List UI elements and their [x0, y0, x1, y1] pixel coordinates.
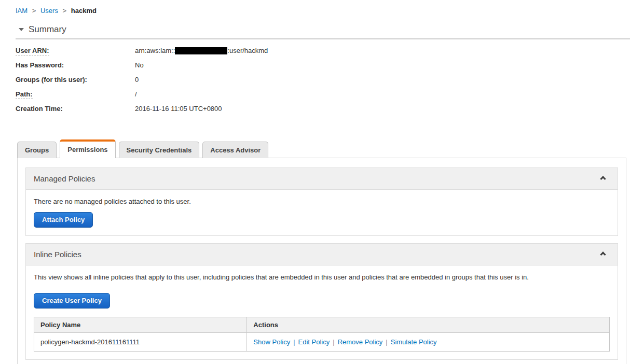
action-separator: |: [293, 338, 295, 346]
chevron-up-icon[interactable]: [600, 176, 606, 181]
simulate-policy-link[interactable]: Simulate Policy: [391, 338, 437, 346]
summary-field-user-arn: User ARN: arn:aws:iam:::user/hackmd: [16, 47, 630, 55]
summary-section-toggle[interactable]: Summary: [19, 24, 630, 35]
inline-policies-title: Inline Policies: [34, 250, 81, 259]
policy-name-cell: policygen-hackmd-201611161111: [34, 333, 247, 352]
inline-policies-header[interactable]: Inline Policies: [26, 244, 618, 265]
actions-cell: Show Policy|Edit Policy|Remove Policy|Si…: [247, 333, 610, 352]
breadcrumb-separator-icon: >: [63, 7, 67, 15]
summary-title: Summary: [29, 24, 66, 35]
breadcrumb-separator-icon: >: [32, 7, 36, 15]
groups-count-value: 0: [135, 76, 139, 84]
remove-policy-link[interactable]: Remove Policy: [338, 338, 383, 346]
summary-field-creation-time: Creation Time: 2016-11-16 11:05 UTC+0800: [16, 105, 630, 113]
summary-field-path: Path: /: [16, 90, 630, 99]
has-password-value: No: [135, 61, 144, 69]
inline-policies-panel: Inline Policies This view shows all inli…: [25, 243, 618, 360]
field-label: User ARN:: [16, 47, 135, 55]
tab-access-advisor[interactable]: Access Advisor: [202, 142, 268, 158]
iam-user-detail-page: IAM > Users > hackmd Summary User ARN: a…: [0, 0, 630, 364]
summary-field-groups: Groups (for this user): 0: [16, 76, 630, 84]
show-policy-link[interactable]: Show Policy: [253, 338, 290, 346]
breadcrumb-link-iam[interactable]: IAM: [16, 7, 28, 15]
managed-policies-header[interactable]: Managed Policies: [26, 168, 618, 190]
inline-policies-table: Policy Name Actions policygen-hackmd-201…: [34, 317, 610, 352]
tab-permissions[interactable]: Permissions: [60, 139, 115, 158]
field-label: Path:: [16, 90, 135, 99]
table-header-row: Policy Name Actions: [34, 317, 610, 333]
table-row: policygen-hackmd-201611161111 Show Polic…: [34, 333, 610, 352]
caret-down-icon: [19, 28, 24, 31]
path-value: /: [135, 90, 137, 99]
edit-policy-link[interactable]: Edit Policy: [298, 338, 330, 346]
breadcrumb-current-user: hackmd: [71, 7, 97, 15]
managed-policies-title: Managed Policies: [34, 174, 95, 183]
tab-bar: Groups Permissions Security Credentials …: [0, 139, 630, 158]
column-header-policy-name: Policy Name: [34, 317, 247, 333]
column-header-actions: Actions: [247, 317, 610, 333]
action-separator: |: [333, 338, 334, 346]
summary-fields: User ARN: arn:aws:iam:::user/hackmd Has …: [16, 47, 630, 113]
summary-divider: [16, 38, 630, 39]
inline-policies-body: This view shows all inline policies that…: [26, 265, 618, 359]
action-separator: |: [386, 338, 387, 346]
tab-security-credentials[interactable]: Security Credentials: [119, 142, 200, 158]
creation-time-value: 2016-11-16 11:05 UTC+0800: [135, 105, 222, 113]
managed-policies-empty-text: There are no managed policies attached t…: [34, 198, 610, 206]
breadcrumb-link-users[interactable]: Users: [40, 7, 58, 15]
permissions-tab-content: Managed Policies There are no managed po…: [17, 158, 626, 364]
managed-policies-panel: Managed Policies There are no managed po…: [25, 167, 618, 236]
redacted-account-id: [175, 47, 227, 54]
inline-policies-description: This view shows all inline policies that…: [34, 273, 610, 282]
field-label: Creation Time:: [16, 105, 135, 113]
breadcrumb: IAM > Users > hackmd: [16, 7, 630, 15]
tab-groups[interactable]: Groups: [17, 142, 57, 158]
chevron-up-icon[interactable]: [600, 251, 606, 257]
field-label: Has Password:: [16, 61, 135, 69]
managed-policies-body: There are no managed policies attached t…: [26, 190, 618, 235]
field-label: Groups (for this user):: [16, 76, 135, 84]
user-arn-value: arn:aws:iam:::user/hackmd: [135, 47, 268, 55]
create-user-policy-button[interactable]: Create User Policy: [34, 293, 110, 309]
attach-policy-button[interactable]: Attach Policy: [34, 212, 93, 228]
summary-field-has-password: Has Password: No: [16, 61, 630, 69]
